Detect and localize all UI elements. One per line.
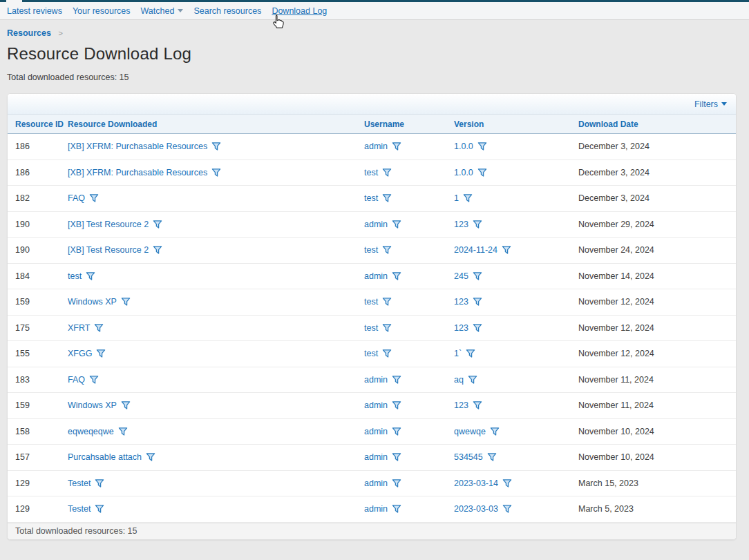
version-link[interactable]: 1` bbox=[454, 349, 475, 358]
version-link[interactable]: 123 bbox=[454, 323, 482, 333]
version-link[interactable]: 245 bbox=[454, 271, 482, 281]
nav-download-log[interactable]: Download Log bbox=[272, 6, 327, 16]
filter-funnel-icon[interactable] bbox=[95, 479, 104, 488]
nav-your-resources[interactable]: Your resources bbox=[73, 6, 131, 16]
filter-funnel-icon[interactable] bbox=[392, 479, 401, 488]
username-link[interactable]: test bbox=[364, 297, 392, 307]
resource-link[interactable]: test bbox=[68, 271, 95, 281]
version-link[interactable]: 1 bbox=[454, 193, 473, 203]
filter-funnel-icon[interactable] bbox=[468, 375, 477, 385]
username-link[interactable]: admin bbox=[364, 142, 401, 151]
filter-funnel-icon[interactable] bbox=[86, 271, 95, 281]
resource-link[interactable]: Windows XP bbox=[68, 400, 131, 410]
version-link[interactable]: 2023-03-03 bbox=[454, 504, 512, 514]
version-link[interactable]: 1.0.0 bbox=[454, 168, 487, 177]
resource-link[interactable]: Testet bbox=[68, 479, 104, 488]
table-row: 186 [XB] XFRM: Purchasable Resources tes… bbox=[8, 160, 736, 186]
version-link[interactable]: 534545 bbox=[454, 452, 497, 462]
resource-link[interactable]: Windows XP bbox=[68, 297, 131, 307]
filter-funnel-icon[interactable] bbox=[382, 193, 392, 203]
filter-funnel-icon[interactable] bbox=[473, 220, 482, 229]
version-link[interactable]: 123 bbox=[454, 400, 482, 410]
filter-funnel-icon[interactable] bbox=[392, 504, 401, 514]
filter-funnel-icon[interactable] bbox=[89, 193, 99, 203]
version-link[interactable]: 123 bbox=[454, 220, 482, 229]
filter-funnel-icon[interactable] bbox=[392, 142, 401, 151]
version-link[interactable]: 2024-11-24 bbox=[454, 245, 511, 255]
username-link[interactable]: test bbox=[364, 245, 392, 255]
resource-link[interactable]: [XB] XFRM: Purchasable Resources bbox=[68, 168, 221, 177]
username-link[interactable]: admin bbox=[364, 427, 401, 436]
filter-funnel-icon[interactable] bbox=[94, 323, 104, 333]
username-link[interactable]: admin bbox=[364, 375, 401, 385]
filter-funnel-icon[interactable] bbox=[473, 400, 482, 410]
resource-link[interactable]: [XB] Test Resource 2 bbox=[68, 245, 162, 255]
filter-funnel-icon[interactable] bbox=[382, 168, 392, 177]
filter-funnel-icon[interactable] bbox=[463, 193, 473, 203]
filter-funnel-icon[interactable] bbox=[473, 271, 482, 281]
filter-funnel-icon[interactable] bbox=[490, 427, 500, 436]
filter-funnel-icon[interactable] bbox=[121, 297, 131, 307]
filter-funnel-icon[interactable] bbox=[146, 452, 155, 462]
filter-funnel-icon[interactable] bbox=[392, 427, 401, 436]
resource-link[interactable]: Purcahsable attach bbox=[68, 452, 155, 462]
filter-funnel-icon[interactable] bbox=[473, 297, 482, 307]
version-link[interactable]: 2023-03-14 bbox=[454, 479, 512, 488]
filter-funnel-icon[interactable] bbox=[477, 142, 487, 151]
filter-funnel-icon[interactable] bbox=[502, 504, 512, 514]
username-link-text: admin bbox=[364, 479, 388, 488]
resource-link[interactable]: Testet bbox=[68, 504, 104, 514]
username-link[interactable]: test bbox=[364, 349, 392, 358]
filter-funnel-icon[interactable] bbox=[382, 349, 392, 358]
filter-funnel-icon[interactable] bbox=[382, 323, 392, 333]
username-link[interactable]: test bbox=[364, 323, 392, 333]
filter-funnel-icon[interactable] bbox=[392, 271, 401, 281]
filter-funnel-icon[interactable] bbox=[466, 349, 475, 358]
filter-funnel-icon[interactable] bbox=[96, 349, 106, 358]
filter-funnel-icon[interactable] bbox=[392, 375, 401, 385]
filter-funnel-icon[interactable] bbox=[118, 427, 128, 436]
filter-funnel-icon[interactable] bbox=[392, 452, 401, 462]
filter-funnel-icon[interactable] bbox=[487, 452, 497, 462]
filter-funnel-icon[interactable] bbox=[392, 220, 401, 229]
username-link[interactable]: admin bbox=[364, 400, 401, 410]
filter-funnel-icon[interactable] bbox=[502, 479, 512, 488]
nav-latest-reviews[interactable]: Latest reviews bbox=[7, 6, 62, 16]
resource-link[interactable]: [XB] XFRM: Purchasable Resources bbox=[68, 142, 221, 151]
nav-search-resources[interactable]: Search resources bbox=[193, 6, 261, 16]
username-link[interactable]: admin bbox=[364, 504, 401, 514]
filter-funnel-icon[interactable] bbox=[392, 400, 401, 410]
resource-link[interactable]: XFRT bbox=[68, 323, 104, 333]
version-link[interactable]: aq bbox=[454, 375, 477, 385]
resource-link[interactable]: [XB] Test Resource 2 bbox=[68, 220, 162, 229]
resource-link[interactable]: FAQ bbox=[68, 375, 99, 385]
resource-link[interactable]: FAQ bbox=[68, 193, 99, 203]
username-link[interactable]: test bbox=[364, 168, 392, 177]
filter-funnel-icon[interactable] bbox=[382, 245, 392, 255]
username-link[interactable]: test bbox=[364, 193, 392, 203]
filter-funnel-icon[interactable] bbox=[121, 400, 131, 410]
filter-funnel-icon[interactable] bbox=[382, 297, 392, 307]
filters-menu-button[interactable]: Filters bbox=[694, 99, 727, 109]
filter-funnel-icon[interactable] bbox=[502, 245, 511, 255]
resource-link[interactable]: eqweqeqwe bbox=[68, 427, 128, 436]
filter-funnel-icon[interactable] bbox=[473, 323, 482, 333]
filter-funnel-icon[interactable] bbox=[211, 168, 221, 177]
filter-funnel-icon[interactable] bbox=[95, 504, 104, 514]
nav-watched[interactable]: Watched bbox=[141, 6, 184, 16]
version-link[interactable]: qwewqe bbox=[454, 427, 500, 436]
username-link[interactable]: admin bbox=[364, 452, 401, 462]
filter-funnel-icon[interactable] bbox=[153, 220, 162, 229]
version-link[interactable]: 1.0.0 bbox=[454, 142, 487, 151]
resource-link[interactable]: XFGG bbox=[68, 349, 106, 358]
breadcrumb-resources-link[interactable]: Resources bbox=[7, 28, 51, 38]
username-link[interactable]: admin bbox=[364, 220, 401, 229]
version-link[interactable]: 123 bbox=[454, 297, 482, 307]
username-link[interactable]: admin bbox=[364, 479, 401, 488]
username-link[interactable]: admin bbox=[364, 271, 401, 281]
filter-funnel-icon[interactable] bbox=[153, 245, 162, 255]
filter-funnel-icon[interactable] bbox=[477, 168, 487, 177]
table-row: 157 Purcahsable attach admin 534545 bbox=[8, 445, 736, 471]
filter-funnel-icon[interactable] bbox=[211, 142, 221, 151]
filter-funnel-icon[interactable] bbox=[89, 375, 99, 385]
